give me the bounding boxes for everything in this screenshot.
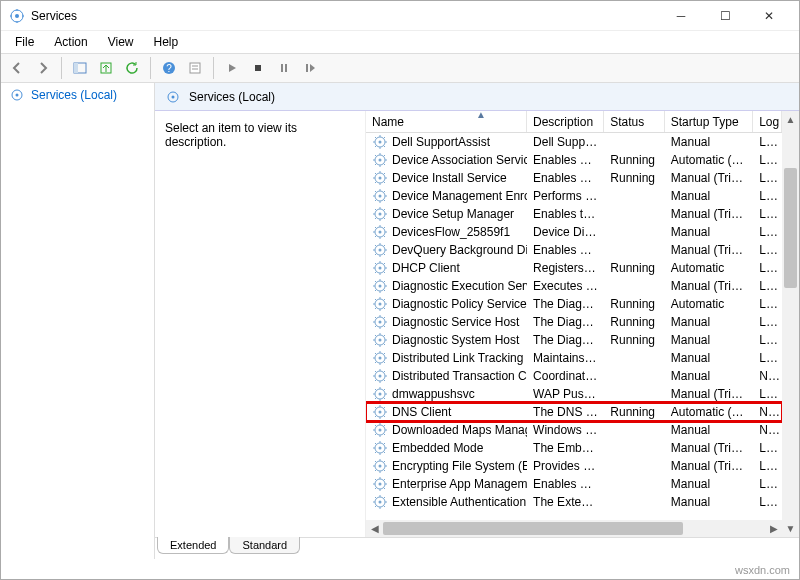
svg-line-51 xyxy=(384,173,386,175)
horizontal-scrollbar[interactable]: ◀ ▶ xyxy=(366,520,782,537)
cell-description: Enables a c... xyxy=(527,171,604,185)
description-prompt: Select an item to view its description. xyxy=(165,121,297,149)
toolbar-separator xyxy=(150,57,151,79)
gear-icon xyxy=(372,152,388,168)
service-row[interactable]: Embedded ModeThe Embed...Manual (Trig...… xyxy=(366,439,782,457)
services-list[interactable]: ▲ Name Description Status Startup Type L… xyxy=(365,111,782,537)
cell-startup: Automatic (T... xyxy=(665,405,753,419)
scroll-left-icon[interactable]: ◀ xyxy=(366,520,383,537)
scroll-thumb[interactable] xyxy=(383,522,683,535)
cell-status: Running xyxy=(604,315,664,329)
service-name: Diagnostic Service Host xyxy=(392,315,519,329)
cell-startup: Manual xyxy=(665,315,753,329)
service-row[interactable]: Extensible Authentication P...The Extens… xyxy=(366,493,782,511)
svg-line-110 xyxy=(375,290,377,292)
maximize-button[interactable]: ☐ xyxy=(703,2,747,30)
pause-service-button[interactable] xyxy=(272,56,296,80)
menu-file[interactable]: File xyxy=(5,33,44,51)
service-name: Extensible Authentication P... xyxy=(392,495,527,509)
gear-icon xyxy=(165,89,181,105)
menu-action[interactable]: Action xyxy=(44,33,97,51)
restart-service-button[interactable] xyxy=(298,56,322,80)
back-button[interactable] xyxy=(5,56,29,80)
stop-service-button[interactable] xyxy=(246,56,270,80)
menu-help[interactable]: Help xyxy=(144,33,189,51)
cell-status: Running xyxy=(604,333,664,347)
cell-logon: Loc xyxy=(753,153,782,167)
tree-node-services-local[interactable]: Services (Local) xyxy=(1,83,154,107)
service-row[interactable]: Dell SupportAssistDell Suppor...ManualLo… xyxy=(366,133,782,151)
gear-icon xyxy=(9,87,25,103)
cell-description: Provides th... xyxy=(527,459,604,473)
svg-line-210 xyxy=(375,470,377,472)
cell-logon: Net xyxy=(753,369,782,383)
service-row[interactable]: Diagnostic Service HostThe Diagno...Runn… xyxy=(366,313,782,331)
scroll-thumb[interactable] xyxy=(784,168,797,288)
svg-line-218 xyxy=(375,479,377,481)
service-row[interactable]: Device Setup ManagerEnables the ...Manua… xyxy=(366,205,782,223)
svg-line-80 xyxy=(375,236,377,238)
service-row[interactable]: DevicesFlow_25859f1Device Disc...ManualL… xyxy=(366,223,782,241)
gear-icon xyxy=(372,494,388,510)
watermark: wsxdn.com xyxy=(735,564,790,576)
svg-line-88 xyxy=(375,245,377,247)
service-name: Device Association Service xyxy=(392,153,527,167)
service-row[interactable]: DHCP ClientRegisters an...RunningAutomat… xyxy=(366,259,782,277)
minimize-button[interactable]: ─ xyxy=(659,2,703,30)
service-row[interactable]: Downloaded Maps ManagerWindows se...Manu… xyxy=(366,421,782,439)
properties-button[interactable] xyxy=(183,56,207,80)
service-row[interactable]: Diagnostic System HostThe Diagno...Runni… xyxy=(366,331,782,349)
svg-line-140 xyxy=(375,344,377,346)
service-row[interactable]: Device Management Enroll...Performs D...… xyxy=(366,187,782,205)
svg-point-113 xyxy=(379,303,382,306)
service-row[interactable]: Diagnostic Execution ServiceExecutes dia… xyxy=(366,277,782,295)
vertical-scrollbar[interactable]: ▲ ▼ xyxy=(782,111,799,537)
show-hide-tree-button[interactable] xyxy=(68,56,92,80)
cell-description: WAP Push ... xyxy=(527,387,604,401)
scroll-down-icon[interactable]: ▼ xyxy=(782,520,799,537)
close-button[interactable]: ✕ xyxy=(747,2,791,30)
help-button[interactable]: ? xyxy=(157,56,181,80)
svg-line-68 xyxy=(375,209,377,211)
svg-line-179 xyxy=(384,416,386,418)
service-row[interactable]: Distributed Link Tracking Cl...Maintains… xyxy=(366,349,782,367)
list-header[interactable]: ▲ Name Description Status Startup Type L… xyxy=(366,111,782,133)
service-row[interactable]: Distributed Transaction Co...Coordinates… xyxy=(366,367,782,385)
service-row[interactable]: Device Install ServiceEnables a c...Runn… xyxy=(366,169,782,187)
cell-logon: Loc xyxy=(753,189,782,203)
service-row[interactable]: dmwappushsvcWAP Push ...Manual (Trig...L… xyxy=(366,385,782,403)
service-row[interactable]: DNS ClientThe DNS Cli...RunningAutomatic… xyxy=(366,403,782,421)
start-service-button[interactable] xyxy=(220,56,244,80)
service-name: Distributed Transaction Co... xyxy=(392,369,527,383)
svg-line-60 xyxy=(375,200,377,202)
col-header-logon[interactable]: Log xyxy=(753,111,782,132)
service-row[interactable]: Device Association ServiceEnables pair..… xyxy=(366,151,782,169)
refresh-button[interactable] xyxy=(120,56,144,80)
tab-extended[interactable]: Extended xyxy=(157,537,229,554)
svg-line-161 xyxy=(384,371,386,373)
service-row[interactable]: Encrypting File System (EFS)Provides th.… xyxy=(366,457,782,475)
col-header-startup[interactable]: Startup Type xyxy=(665,111,753,132)
col-header-name[interactable]: Name xyxy=(366,111,527,132)
cell-status: Running xyxy=(604,171,664,185)
tree-pane[interactable]: Services (Local) xyxy=(1,83,155,559)
export-list-button[interactable] xyxy=(94,56,118,80)
menu-view[interactable]: View xyxy=(98,33,144,51)
svg-line-108 xyxy=(375,281,377,283)
svg-line-28 xyxy=(375,137,377,139)
service-row[interactable]: DevQuery Background Disc...Enables app..… xyxy=(366,241,782,259)
gear-icon xyxy=(372,368,388,384)
gear-icon xyxy=(372,206,388,222)
col-header-status[interactable]: Status xyxy=(604,111,664,132)
cell-startup: Manual xyxy=(665,135,753,149)
svg-line-99 xyxy=(384,272,386,274)
svg-line-148 xyxy=(375,353,377,355)
gear-icon xyxy=(372,404,388,420)
service-row[interactable]: Enterprise App Managemen...Enables ent..… xyxy=(366,475,782,493)
tab-standard[interactable]: Standard xyxy=(229,537,300,554)
scroll-up-icon[interactable]: ▲ xyxy=(782,111,799,128)
forward-button[interactable] xyxy=(31,56,55,80)
col-header-description[interactable]: Description xyxy=(527,111,604,132)
service-row[interactable]: Diagnostic Policy ServiceThe Diagno...Ru… xyxy=(366,295,782,313)
scroll-right-icon[interactable]: ▶ xyxy=(765,520,782,537)
